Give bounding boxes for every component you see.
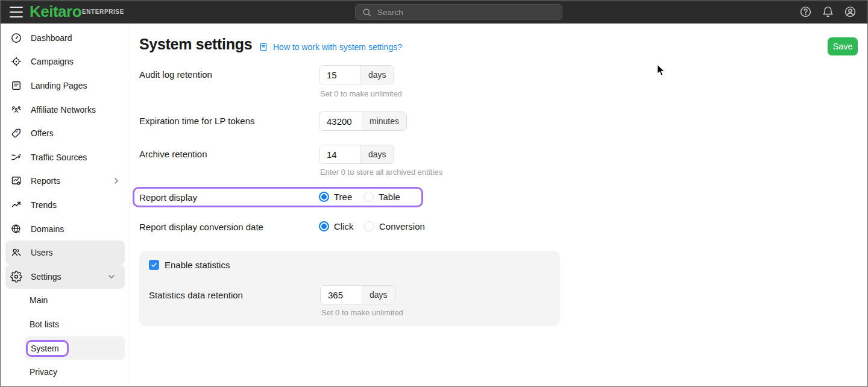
audit-retention-hint: Set 0 to make unlimited — [320, 89, 402, 98]
archive-retention-label: Archive retention — [139, 149, 207, 159]
stats-retention-label: Statistics data retention — [149, 290, 243, 300]
sidebar-item-users[interactable]: Users — [5, 241, 125, 265]
bell-icon[interactable] — [822, 5, 834, 18]
keitaro-logo: Keitaro — [30, 2, 81, 21]
trend-up-icon — [10, 199, 22, 211]
sidebar-item-label: Bot lists — [30, 319, 59, 329]
edition-label: ENTERPRISE — [82, 8, 124, 15]
sidebar: Dashboard Campaigns Landing Pages Affili… — [1, 24, 130, 387]
audit-retention-field: days — [319, 65, 394, 84]
radio-unselected-icon[interactable] — [364, 221, 374, 231]
sidebar-item-offers[interactable]: $ Offers — [1, 121, 130, 145]
topbar: Keitaro ENTERPRISE — [1, 1, 867, 24]
help-link[interactable]: How to work with system settings? — [259, 42, 402, 52]
radio-tree[interactable]: Tree — [319, 192, 352, 202]
sidebar-item-label: Traffic Sources — [31, 153, 87, 162]
page-title: System settings — [139, 36, 252, 53]
archive-retention-unit: days — [360, 145, 394, 163]
archive-retention-field: days — [319, 145, 394, 164]
sidebar-item-landing-pages[interactable]: Landing Pages — [1, 74, 130, 98]
sidebar-item-label: Domains — [31, 224, 64, 234]
report-display-label: Report display — [139, 192, 197, 203]
globe-icon — [10, 223, 22, 235]
sidebar-item-label: Trends — [31, 200, 57, 210]
page-icon — [10, 80, 22, 92]
lp-tokens-unit: minutes — [362, 112, 406, 130]
chevron-down-icon — [107, 272, 116, 282]
account-icon[interactable] — [844, 5, 857, 18]
radio-unselected-icon[interactable] — [363, 192, 374, 202]
stats-retention-input[interactable] — [321, 286, 362, 304]
checkbox-checked-icon[interactable] — [149, 260, 159, 270]
menu-hamburger-icon[interactable] — [10, 7, 23, 17]
sidebar-item-label: Landing Pages — [31, 81, 87, 90]
book-icon — [259, 42, 268, 52]
global-search[interactable] — [355, 4, 562, 20]
save-button[interactable]: Save — [828, 37, 858, 55]
target-icon — [10, 55, 22, 68]
lp-tokens-label: Expiration time for LP tokens — [139, 116, 254, 126]
sidebar-item-trends[interactable]: Trends — [1, 193, 130, 217]
sidebar-item-label: Campaigns — [31, 57, 74, 66]
app-window: Keitaro ENTERPRISE Dashboard Campaigns L… — [0, 0, 868, 387]
sidebar-item-traffic-sources[interactable]: Traffic Sources — [1, 145, 130, 169]
radio-selected-icon[interactable] — [319, 192, 329, 202]
dashboard-icon — [10, 32, 22, 44]
search-icon — [362, 7, 372, 17]
users-icon — [10, 247, 22, 259]
sidebar-subitem-system[interactable]: System — [25, 336, 125, 360]
search-input[interactable] — [377, 8, 556, 17]
sidebar-item-label: Reports — [31, 176, 60, 186]
sidebar-item-label: System — [31, 344, 59, 353]
active-subitem-highlight: System — [26, 340, 69, 357]
radio-selected-icon[interactable] — [319, 221, 329, 231]
sidebar-subitem-main[interactable]: Main — [1, 289, 130, 313]
report-chart-icon — [10, 175, 22, 187]
sidebar-item-domains[interactable]: Domains — [1, 217, 130, 241]
audit-retention-unit: days — [360, 66, 394, 84]
help-icon[interactable] — [799, 5, 812, 18]
chevron-right-icon — [112, 176, 121, 186]
split-arrows-icon — [10, 151, 22, 163]
sidebar-item-label: Affiliate Networks — [31, 105, 96, 115]
tag-icon: $ — [10, 127, 22, 139]
sidebar-subitem-bot-lists[interactable]: Bot lists — [1, 312, 130, 336]
sidebar-item-label: Dashboard — [31, 33, 72, 43]
sidebar-item-label: Settings — [31, 272, 61, 282]
stats-retention-field: days — [320, 285, 395, 304]
network-icon — [10, 104, 22, 116]
sidebar-item-label: Main — [30, 295, 48, 305]
svg-text:$: $ — [14, 130, 19, 134]
audit-retention-input[interactable] — [319, 66, 360, 84]
lp-tokens-field: minutes — [319, 112, 407, 131]
stats-retention-unit: days — [362, 286, 395, 304]
main-content: System settings How to work with system … — [131, 24, 867, 386]
lp-tokens-input[interactable] — [319, 112, 362, 130]
stats-retention-hint: Set 0 to make unlimited — [321, 308, 403, 317]
conversion-date-label: Report display conversion date — [139, 222, 263, 232]
gear-icon — [10, 271, 22, 283]
sidebar-item-settings[interactable]: Settings — [5, 265, 125, 289]
sidebar-subitem-privacy[interactable]: Privacy — [1, 360, 130, 384]
enable-statistics-checkbox[interactable]: Enable statistics — [149, 260, 230, 270]
sidebar-item-affiliate-networks[interactable]: Affiliate Networks — [1, 98, 130, 122]
sidebar-item-reports[interactable]: Reports — [1, 169, 130, 194]
radio-conversion[interactable]: Conversion — [364, 221, 425, 231]
sidebar-item-campaigns[interactable]: Campaigns — [1, 50, 130, 74]
archive-retention-hint: Enter 0 to store all archived entities — [320, 168, 442, 177]
sidebar-item-dashboard[interactable]: Dashboard — [1, 26, 130, 50]
sidebar-item-label: Offers — [31, 128, 54, 138]
audit-retention-label: Audit log retention — [139, 69, 212, 80]
archive-retention-input[interactable] — [319, 145, 360, 163]
sidebar-item-label: Users — [31, 248, 53, 257]
radio-click[interactable]: Click — [319, 221, 354, 231]
radio-table[interactable]: Table — [363, 192, 400, 202]
sidebar-item-label: Privacy — [30, 367, 57, 377]
